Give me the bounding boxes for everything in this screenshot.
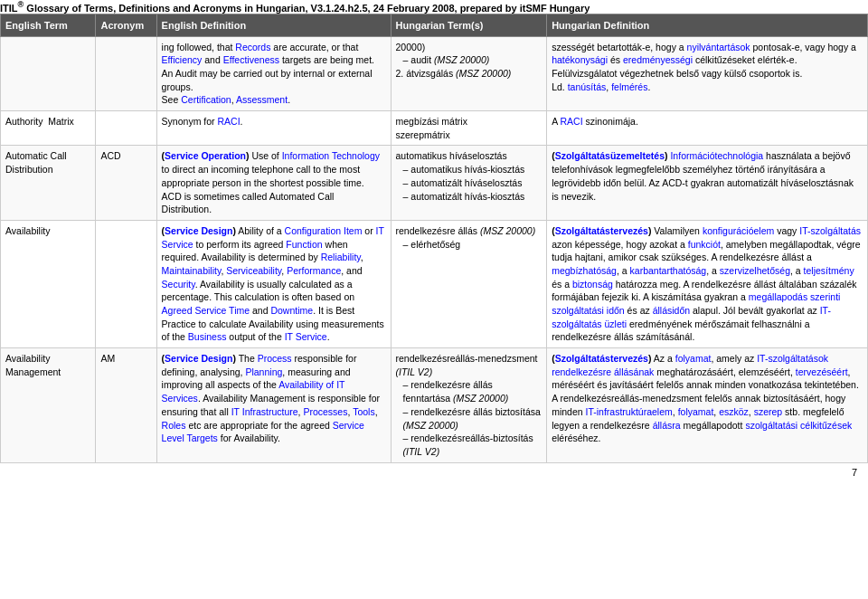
cell-hu-def: A RACI szinonimája. xyxy=(547,111,868,146)
cell-hu-term: 20000) audit (MSZ 20000) 2. átvizsgálás … xyxy=(391,36,547,110)
cell-hu-def: (Szolgáltatásüzemeltetés) Információtech… xyxy=(547,146,868,220)
cell-term: Automatic Call Distribution xyxy=(1,146,96,220)
cell-hu-term: rendelkezésreállás-menedzsment (ITIL V2)… xyxy=(391,348,547,463)
cell-hu-def: szességét betartották-e, hogy a nyilvánt… xyxy=(547,36,868,110)
cell-term: Authority Matrix xyxy=(1,111,96,146)
table-row: ing followed, that Records are accurate,… xyxy=(1,36,868,110)
cell-hu-def: (Szolgáltatástervezés) Valamilyen konfig… xyxy=(547,220,868,347)
table-row: Authority Matrix Synonym for RACI. megbí… xyxy=(1,111,868,146)
cell-acronym xyxy=(96,36,156,110)
cell-en-def: (Service Design) Ability of a Configurat… xyxy=(156,220,391,347)
col-header-hungarian-terms: Hungarian Term(s) xyxy=(391,14,547,36)
cell-acronym xyxy=(96,220,156,347)
cell-hu-term: rendelkezésre állás (MSZ 20000) elérhető… xyxy=(391,220,547,347)
page-number: 7 xyxy=(852,467,857,478)
cell-term: Availability xyxy=(1,220,96,347)
cell-term: Availability Management xyxy=(1,348,96,463)
col-header-acronym: Acronym xyxy=(96,14,156,36)
cell-hu-def: (Szolgáltatástervezés) Az a folyamat, am… xyxy=(547,348,868,463)
col-header-english-term: English Term xyxy=(1,14,96,36)
cell-en-def: Synonym for RACI. xyxy=(156,111,391,146)
cell-en-def: ing followed, that Records are accurate,… xyxy=(156,36,391,110)
page-footer: 7 xyxy=(0,463,868,481)
table-row: Automatic Call Distribution ACD (Service… xyxy=(1,146,868,220)
table-row: Availability (Service Design) Ability of… xyxy=(1,220,868,347)
table-row: Availability Management AM (Service Desi… xyxy=(1,348,868,463)
cell-acronym: AM xyxy=(96,348,156,463)
cell-en-def: (Service Operation) Use of Information T… xyxy=(156,146,391,220)
col-header-hungarian-definition: Hungarian Definition xyxy=(547,14,868,36)
cell-term xyxy=(1,36,96,110)
col-header-english-definition: English Definition xyxy=(156,14,391,36)
cell-en-def: (Service Design) The Process responsible… xyxy=(156,348,391,463)
cell-hu-term: megbízási mátrixszerepmátrix xyxy=(391,111,547,146)
cell-acronym: ACD xyxy=(96,146,156,220)
page-header: ITIL® Glossary of Terms, Definitions and… xyxy=(0,0,868,14)
header-title: ITIL® Glossary of Terms, Definitions and… xyxy=(0,3,590,14)
cell-acronym xyxy=(96,111,156,146)
cell-hu-term: automatikus híváselosztás automatikus hí… xyxy=(391,146,547,220)
